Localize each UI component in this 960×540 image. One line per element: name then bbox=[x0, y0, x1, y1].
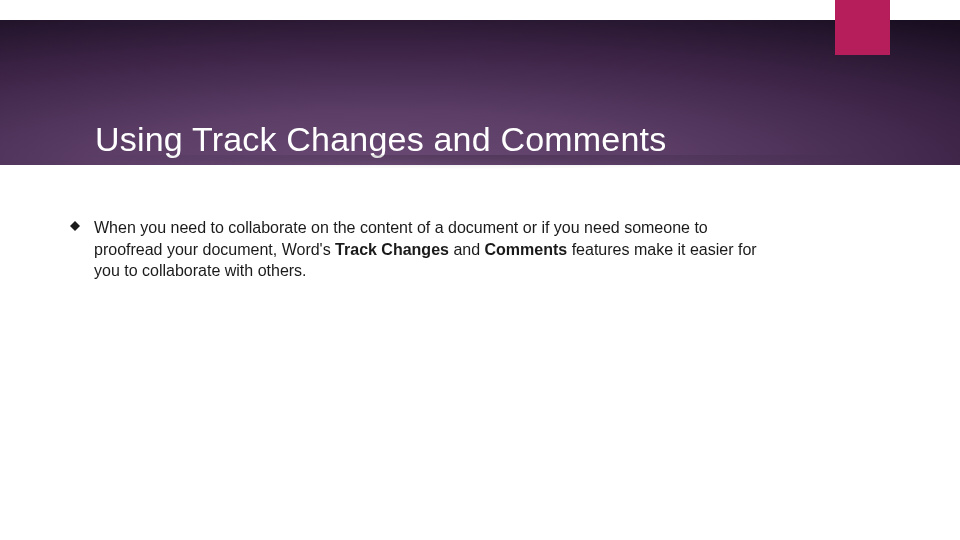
body-content: When you need to collaborate on the cont… bbox=[70, 217, 890, 282]
slide: Using Track Changes and Comments When yo… bbox=[0, 0, 960, 540]
accent-tab bbox=[835, 0, 890, 55]
title-band: Using Track Changes and Comments bbox=[0, 20, 960, 165]
slide-title: Using Track Changes and Comments bbox=[95, 120, 666, 159]
bullet-text: When you need to collaborate on the cont… bbox=[94, 217, 774, 282]
svg-marker-0 bbox=[70, 221, 80, 231]
bullet-item: When you need to collaborate on the cont… bbox=[70, 217, 890, 282]
diamond-icon bbox=[70, 221, 80, 231]
